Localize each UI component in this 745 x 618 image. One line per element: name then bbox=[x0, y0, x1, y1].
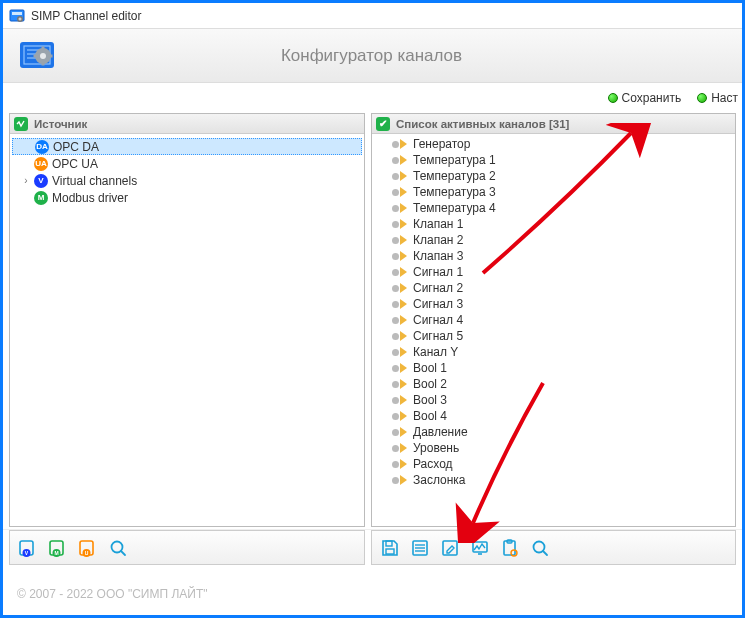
channel-icon bbox=[392, 443, 407, 453]
protocol-badge-icon: DA bbox=[35, 140, 49, 154]
channel-item[interactable]: Канал Y bbox=[374, 344, 733, 360]
channel-item[interactable]: Клапан 1 bbox=[374, 216, 733, 232]
channel-item[interactable]: Давление bbox=[374, 424, 733, 440]
svg-text:U: U bbox=[85, 550, 89, 556]
channel-item[interactable]: Клапан 3 bbox=[374, 248, 733, 264]
channel-label: Температура 1 bbox=[413, 153, 496, 167]
toolbar-row: V M U bbox=[3, 529, 742, 565]
channel-label: Генератор bbox=[413, 137, 470, 151]
channel-icon bbox=[392, 363, 407, 373]
channel-icon bbox=[392, 331, 407, 341]
channel-icon bbox=[392, 475, 407, 485]
channel-item[interactable]: Генератор bbox=[374, 136, 733, 152]
channel-icon bbox=[392, 347, 407, 357]
source-tree[interactable]: DAOPC DAUAOPC UA›VVirtual channelsMModbu… bbox=[10, 134, 364, 526]
channel-label: Заслонка bbox=[413, 473, 466, 487]
channel-label: Клапан 3 bbox=[413, 249, 463, 263]
channel-item[interactable]: Заслонка bbox=[374, 472, 733, 488]
save-button[interactable]: Сохранить bbox=[608, 91, 682, 105]
search-right-icon[interactable] bbox=[528, 536, 552, 560]
channel-item[interactable]: Bool 1 bbox=[374, 360, 733, 376]
channel-item[interactable]: Расход bbox=[374, 456, 733, 472]
channel-item[interactable]: Сигнал 1 bbox=[374, 264, 733, 280]
channel-icon bbox=[392, 219, 407, 229]
svg-text:M: M bbox=[54, 550, 58, 556]
channel-item[interactable]: Температура 2 bbox=[374, 168, 733, 184]
channel-item[interactable]: Bool 2 bbox=[374, 376, 733, 392]
channel-list[interactable]: ГенераторТемпература 1Температура 2Темпе… bbox=[372, 134, 735, 526]
channel-icon bbox=[392, 187, 407, 197]
source-tree-item[interactable]: MModbus driver bbox=[12, 189, 362, 206]
svg-point-15 bbox=[40, 53, 46, 59]
source-tree-item[interactable]: UAOPC UA bbox=[12, 155, 362, 172]
search-icon[interactable] bbox=[106, 536, 130, 560]
channel-label: Канал Y bbox=[413, 345, 458, 359]
svg-rect-14 bbox=[50, 54, 53, 57]
channel-label: Bool 1 bbox=[413, 361, 447, 375]
source-panel-header: Источник bbox=[10, 114, 364, 134]
save-disk-icon[interactable] bbox=[378, 536, 402, 560]
footer: © 2007 - 2022 ООО "СИМП ЛАЙТ" bbox=[3, 573, 742, 615]
monitor-icon[interactable] bbox=[468, 536, 492, 560]
tool-v-icon[interactable]: V bbox=[16, 536, 40, 560]
channel-item[interactable]: Сигнал 5 bbox=[374, 328, 733, 344]
channel-item[interactable]: Уровень bbox=[374, 440, 733, 456]
channel-label: Bool 2 bbox=[413, 377, 447, 391]
channel-label: Bool 3 bbox=[413, 393, 447, 407]
settings-button[interactable]: Наст bbox=[697, 91, 738, 105]
edit-icon[interactable] bbox=[438, 536, 462, 560]
action-row: Сохранить Наст bbox=[3, 83, 742, 113]
channel-label: Сигнал 3 bbox=[413, 297, 463, 311]
app-window: SIMP Channel editor Конфигуратор bbox=[0, 0, 745, 618]
right-toolbar bbox=[371, 530, 736, 565]
protocol-badge-icon: V bbox=[34, 174, 48, 188]
svg-rect-13 bbox=[34, 54, 37, 57]
channel-item[interactable]: Bool 3 bbox=[374, 392, 733, 408]
channel-item[interactable]: Сигнал 2 bbox=[374, 280, 733, 296]
channel-item[interactable]: Температура 4 bbox=[374, 200, 733, 216]
channel-label: Температура 2 bbox=[413, 169, 496, 183]
channel-icon bbox=[392, 203, 407, 213]
protocol-badge-icon: M bbox=[34, 191, 48, 205]
channel-icon bbox=[392, 139, 407, 149]
channel-label: Клапан 2 bbox=[413, 233, 463, 247]
channel-label: Расход bbox=[413, 457, 453, 471]
banner-icon bbox=[17, 38, 63, 74]
settings-label: Наст bbox=[711, 91, 738, 105]
channel-label: Сигнал 4 bbox=[413, 313, 463, 327]
svg-line-40 bbox=[543, 551, 547, 555]
channel-icon bbox=[392, 299, 407, 309]
channel-label: Клапан 1 bbox=[413, 217, 463, 231]
channel-item[interactable]: Сигнал 4 bbox=[374, 312, 733, 328]
channel-icon bbox=[392, 411, 407, 421]
channel-icon bbox=[392, 395, 407, 405]
svg-line-26 bbox=[121, 551, 125, 555]
channel-label: Сигнал 1 bbox=[413, 265, 463, 279]
channel-item[interactable]: Температура 3 bbox=[374, 184, 733, 200]
channel-item[interactable]: Bool 4 bbox=[374, 408, 733, 424]
channel-item[interactable]: Температура 1 bbox=[374, 152, 733, 168]
banner-title: Конфигуратор каналов bbox=[75, 46, 668, 66]
svg-rect-4 bbox=[20, 17, 21, 20]
clipboard-gear-icon[interactable] bbox=[498, 536, 522, 560]
channel-icon bbox=[392, 427, 407, 437]
channel-item[interactable]: Сигнал 3 bbox=[374, 296, 733, 312]
channel-icon bbox=[392, 155, 407, 165]
channel-label: Температура 3 bbox=[413, 185, 496, 199]
tool-m-icon[interactable]: M bbox=[46, 536, 70, 560]
channel-icon bbox=[392, 379, 407, 389]
channel-icon bbox=[392, 171, 407, 181]
source-tree-item[interactable]: DAOPC DA bbox=[12, 138, 362, 155]
check-icon: ✔ bbox=[376, 117, 390, 131]
tool-u-icon[interactable]: U bbox=[76, 536, 100, 560]
source-item-label: Modbus driver bbox=[52, 191, 128, 205]
channels-panel-header: ✔ Список активных каналов [31] bbox=[372, 114, 735, 134]
window-title: SIMP Channel editor bbox=[31, 9, 142, 23]
main-split: Источник DAOPC DAUAOPC UA›VVirtual chann… bbox=[3, 113, 742, 527]
source-tree-item[interactable]: ›VVirtual channels bbox=[12, 172, 362, 189]
channels-panel: ✔ Список активных каналов [31] Генератор… bbox=[371, 113, 736, 527]
app-icon bbox=[9, 8, 25, 24]
channel-item[interactable]: Клапан 2 bbox=[374, 232, 733, 248]
source-item-label: OPC DA bbox=[53, 140, 99, 154]
list-icon[interactable] bbox=[408, 536, 432, 560]
